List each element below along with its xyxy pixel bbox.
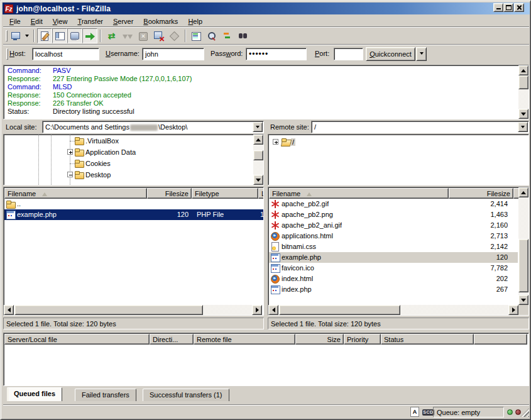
host-input[interactable]: localhost — [32, 48, 99, 60]
log-scrollbar[interactable] — [518, 65, 528, 119]
remote-list-vscrollbar[interactable] — [518, 187, 528, 305]
local-site-dropdown[interactable] — [253, 122, 263, 132]
file-row-selected[interactable]: example.php 120 PHP File 1 — [4, 209, 263, 220]
filename-filters-button[interactable] — [189, 29, 204, 43]
remote-site-dropdown[interactable] — [518, 122, 528, 132]
site-manager-button[interactable] — [8, 29, 23, 43]
remote-tree[interactable]: / — [268, 134, 529, 185]
synchronized-browsing-button[interactable] — [221, 29, 235, 43]
find-files-button[interactable] — [236, 29, 251, 43]
column-header-filesize[interactable]: Filesize — [449, 188, 513, 199]
tab-failed-transfers[interactable]: Failed transfers — [75, 389, 136, 401]
tree-expander[interactable] — [273, 139, 278, 145]
column-header-remote-file[interactable]: Remote file — [194, 334, 295, 345]
menu-file[interactable]: File — [4, 16, 26, 26]
username-input[interactable]: john — [142, 48, 204, 60]
remote-list-hscrollbar[interactable] — [268, 305, 518, 315]
log-line: Status:Directory listing successful — [8, 108, 134, 116]
port-input[interactable] — [334, 48, 363, 60]
tab-queued-files[interactable]: Queued files — [7, 387, 62, 401]
column-header-status[interactable]: Status — [381, 334, 474, 345]
site-manager-dropdown[interactable] — [23, 29, 31, 43]
minimize-button[interactable] — [493, 3, 503, 12]
maximize-button[interactable] — [503, 3, 513, 12]
toggle-transfer-queue-button[interactable] — [82, 28, 97, 43]
refresh-button[interactable]: ⇄ — [104, 29, 119, 43]
column-header-filesize[interactable]: Filesize — [147, 188, 192, 199]
local-list-hscrollbar[interactable] — [4, 305, 262, 315]
file-row[interactable]: index.html202 — [269, 274, 518, 284]
title-bar[interactable]: Fz john@localhost - FileZilla — [3, 3, 530, 14]
column-header-direction[interactable]: Directi... — [150, 334, 194, 345]
local-tree[interactable]: .VirtualBox Application Data Cookies Des… — [3, 134, 264, 185]
tab-successful-transfers[interactable]: Successful transfers (1) — [143, 389, 229, 401]
directory-comparison-button[interactable] — [205, 29, 219, 43]
quickconnect-dropdown[interactable] — [416, 47, 427, 61]
file-row[interactable]: index.php267 — [269, 284, 518, 295]
file-row[interactable]: applications.html2,713 — [269, 231, 518, 241]
apache-icon — [270, 199, 280, 209]
file-row[interactable]: apache_pb2_ani.gif2,160 — [269, 220, 518, 231]
quickconnect-grip[interactable] — [6, 48, 8, 60]
quickconnect-button[interactable]: Quickconnect — [366, 47, 415, 61]
file-row-selected[interactable]: example.php120 — [269, 252, 518, 263]
cancel-button[interactable] — [136, 29, 150, 43]
local-file-list[interactable]: Filename Filesize Filetype L .. example.… — [3, 187, 264, 316]
tree-item-root[interactable]: / — [281, 136, 295, 147]
synchronized-browsing-icon — [222, 31, 233, 41]
local-tree-scrollbar[interactable] — [253, 135, 263, 185]
log-line: Response:227 Entering Passive Mode (127,… — [8, 75, 192, 83]
menu-server[interactable]: Server — [108, 16, 138, 26]
menu-transfer[interactable]: Transfer — [72, 16, 108, 26]
toggle-remote-tree-button[interactable] — [67, 28, 82, 43]
column-header-lastmodified[interactable]: L — [258, 188, 264, 199]
host-label: Host: — [9, 50, 26, 57]
column-header-priority[interactable]: Priority — [344, 334, 381, 345]
message-log[interactable]: Command:PASV Response:227 Entering Passi… — [3, 65, 529, 119]
folder-icon — [74, 147, 84, 157]
toggle-message-log-button[interactable] — [37, 28, 52, 43]
disconnect-button[interactable] — [151, 29, 166, 43]
php-file-icon — [6, 210, 16, 219]
tree-expander[interactable] — [67, 172, 73, 177]
transfer-queue[interactable]: Server/Local file Directi... Remote file… — [3, 333, 529, 386]
close-button[interactable] — [514, 3, 524, 12]
menu-view[interactable]: View — [48, 16, 73, 26]
process-queue-button[interactable] — [120, 29, 134, 43]
remote-site-label: Remote site: — [270, 123, 309, 131]
file-row[interactable]: apache_pb2.gif2,414 — [269, 199, 518, 209]
php-file-icon — [270, 285, 280, 294]
local-site-combo[interactable]: C:\Documents and Settings\Desktop\ — [42, 121, 264, 133]
column-header-filename[interactable]: Filename — [269, 188, 449, 199]
file-row[interactable]: bitnami.css2,142 — [269, 241, 518, 252]
folder-icon — [74, 158, 84, 168]
tree-item[interactable]: Desktop — [74, 169, 112, 180]
column-header-filetype[interactable]: Filetype — [192, 188, 258, 199]
process-queue-icon — [122, 31, 133, 41]
log-line: Command:MLSD — [8, 83, 72, 91]
tree-item[interactable]: .VirtualBox — [74, 135, 120, 146]
tree-item[interactable]: Application Data — [74, 146, 137, 157]
file-row[interactable]: .. — [4, 199, 263, 209]
menu-help[interactable]: Help — [183, 16, 207, 26]
menu-bookmarks[interactable]: Bookmarks — [138, 16, 183, 26]
password-input[interactable]: •••••• — [246, 48, 307, 60]
toolbar-grip[interactable] — [6, 30, 8, 41]
remote-site-combo[interactable]: / — [311, 121, 529, 133]
file-row[interactable]: apache_pb2.png1,463 — [269, 209, 518, 220]
filezilla-app-icon[interactable]: Fz — [4, 4, 13, 13]
column-header-filename[interactable]: Filename — [4, 188, 147, 199]
remote-file-list[interactable]: Filename Filesize apache_pb2.gif2,414 ap… — [268, 187, 529, 316]
tree-item[interactable]: Cookies — [74, 158, 112, 169]
toggle-local-tree-button[interactable] — [52, 28, 67, 43]
tree-expander[interactable] — [67, 149, 73, 155]
menu-edit[interactable]: Edit — [26, 16, 48, 26]
sort-ascending-icon — [42, 192, 47, 196]
file-row[interactable]: favicon.ico7,782 — [269, 263, 518, 274]
column-header-server-local-file[interactable]: Server/Local file — [4, 334, 150, 345]
column-header-filler — [474, 334, 527, 345]
column-header-size[interactable]: Size — [295, 334, 344, 345]
resize-grip[interactable] — [520, 408, 529, 417]
status-bar: A SCD Queue: empty — [3, 406, 530, 419]
reconnect-button[interactable] — [167, 29, 182, 43]
